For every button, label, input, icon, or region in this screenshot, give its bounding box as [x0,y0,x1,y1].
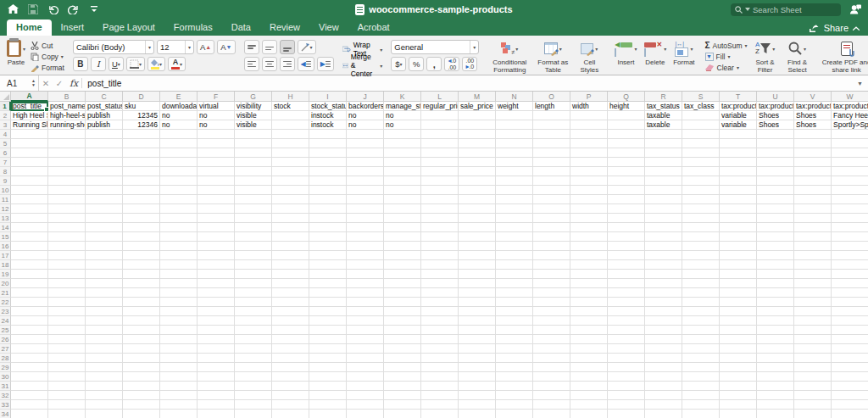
cell-V16[interactable] [794,242,832,251]
cell-Q12[interactable] [608,204,645,214]
cell-S25[interactable] [682,326,720,335]
cell-K18[interactable] [384,260,421,270]
cell-A10[interactable] [11,186,48,195]
cell-S4[interactable] [682,130,720,139]
cell-S29[interactable] [682,363,720,372]
cell-I25[interactable] [309,326,347,335]
cell-B19[interactable] [48,270,86,279]
cell-N13[interactable] [496,214,533,223]
cell-K34[interactable] [384,410,421,418]
cell-L13[interactable] [421,214,459,223]
cell-H4[interactable] [272,130,309,139]
cell-W4[interactable] [832,130,868,139]
cell-J3[interactable]: no [347,120,384,130]
cell-Q27[interactable] [608,344,645,354]
cell-Q8[interactable] [608,167,645,176]
cell-H14[interactable] [272,223,309,232]
cell-L30[interactable] [421,372,459,382]
cell-G5[interactable] [235,139,272,148]
cell-D6[interactable] [123,148,160,158]
cell-M22[interactable] [459,298,496,307]
cell-S6[interactable] [682,148,720,158]
cell-C32[interactable] [86,391,123,400]
align-bottom-button[interactable] [280,40,295,54]
cell-L14[interactable] [421,223,459,232]
cell-C18[interactable] [86,260,123,270]
cell-Q5[interactable] [608,139,645,148]
cell-H32[interactable] [272,391,309,400]
cell-Q30[interactable] [608,372,645,382]
cell-R22[interactable] [645,298,682,307]
cell-I26[interactable] [309,335,347,344]
cell-A9[interactable] [11,176,48,186]
cell-E30[interactable] [160,372,198,382]
cell-O13[interactable] [533,214,570,223]
cell-S30[interactable] [682,372,720,382]
cell-V1[interactable]: tax:product_ [794,102,832,111]
cell-I3[interactable]: instock [309,120,347,130]
cell-Q2[interactable] [608,111,645,120]
cell-V11[interactable] [794,195,832,204]
cell-A33[interactable] [11,400,48,410]
cell-U2[interactable]: Shoes [757,111,794,120]
cell-S2[interactable] [682,111,720,120]
cell-D25[interactable] [123,326,160,335]
cell-T23[interactable] [720,307,757,316]
cell-R19[interactable] [645,270,682,279]
cell-P14[interactable] [570,223,608,232]
cell-F7[interactable] [198,158,235,167]
cell-S9[interactable] [682,176,720,186]
cell-B28[interactable] [48,354,86,363]
tab-view[interactable]: View [309,20,348,36]
cell-H3[interactable] [272,120,309,130]
cell-O12[interactable] [533,204,570,214]
cell-D7[interactable] [123,158,160,167]
cell-K16[interactable] [384,242,421,251]
cell-Q4[interactable] [608,130,645,139]
cell-E5[interactable] [160,139,198,148]
cell-N15[interactable] [496,232,533,242]
cell-W15[interactable] [832,232,868,242]
cell-J27[interactable] [347,344,384,354]
cell-U17[interactable] [757,251,794,260]
cell-F23[interactable] [198,307,235,316]
cell-N18[interactable] [496,260,533,270]
row-header-28[interactable]: 28 [0,354,11,363]
font-color-button[interactable]: A ▾ [168,57,186,71]
cell-D9[interactable] [123,176,160,186]
cell-F11[interactable] [198,195,235,204]
cell-N2[interactable] [496,111,533,120]
cell-B21[interactable] [48,288,86,298]
cell-V24[interactable] [794,316,832,326]
cell-B11[interactable] [48,195,86,204]
cell-S17[interactable] [682,251,720,260]
cell-I30[interactable] [309,372,347,382]
cell-L23[interactable] [421,307,459,316]
cell-I19[interactable] [309,270,347,279]
cell-P20[interactable] [570,279,608,288]
cell-O6[interactable] [533,148,570,158]
cell-I27[interactable] [309,344,347,354]
cell-O24[interactable] [533,316,570,326]
cell-O33[interactable] [533,400,570,410]
row-header-24[interactable]: 24 [0,316,11,326]
cell-Q19[interactable] [608,270,645,279]
cell-U4[interactable] [757,130,794,139]
cell-J1[interactable]: backorders [347,102,384,111]
cell-K30[interactable] [384,372,421,382]
cell-N11[interactable] [496,195,533,204]
cell-P23[interactable] [570,307,608,316]
cell-P13[interactable] [570,214,608,223]
cell-I4[interactable] [309,130,347,139]
cell-R2[interactable]: taxable [645,111,682,120]
cell-I8[interactable] [309,167,347,176]
cell-E33[interactable] [160,400,198,410]
formula-content[interactable]: post_title [87,79,121,88]
cell-E8[interactable] [160,167,198,176]
cell-P26[interactable] [570,335,608,344]
cell-J13[interactable] [347,214,384,223]
fill-color-button[interactable]: ▾ [147,57,165,71]
cell-W13[interactable] [832,214,868,223]
cell-H12[interactable] [272,204,309,214]
cell-O25[interactable] [533,326,570,335]
